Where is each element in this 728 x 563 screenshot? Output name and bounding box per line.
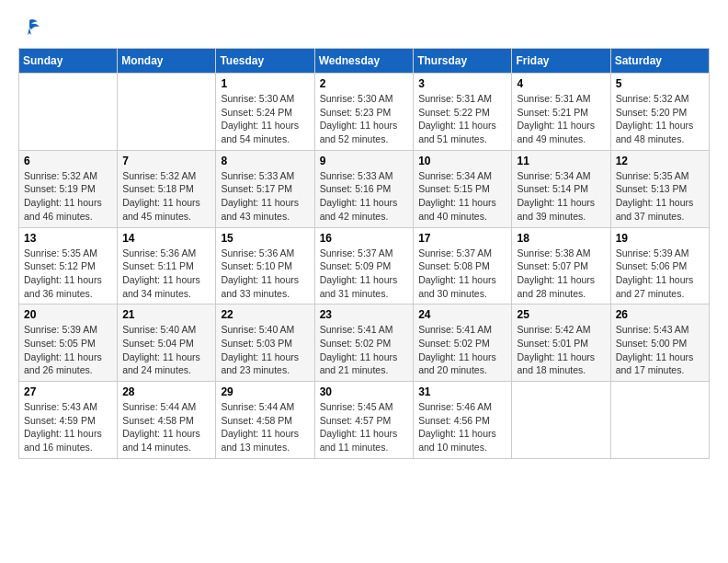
day-info: Sunrise: 5:33 AMSunset: 5:17 PMDaylight:…	[221, 169, 309, 224]
day-number: 11	[517, 155, 605, 167]
calendar-cell: 27Sunrise: 5:43 AMSunset: 4:59 PMDayligh…	[19, 382, 118, 459]
calendar-header-tuesday: Tuesday	[216, 49, 314, 74]
calendar-cell: 28Sunrise: 5:44 AMSunset: 4:58 PMDayligh…	[118, 382, 216, 459]
calendar-cell: 1Sunrise: 5:30 AMSunset: 5:24 PMDaylight…	[216, 74, 314, 151]
day-number: 24	[418, 308, 506, 321]
day-number: 19	[616, 232, 704, 245]
day-number: 10	[418, 155, 506, 167]
day-number: 22	[221, 308, 309, 321]
calendar-cell	[512, 382, 610, 459]
day-info: Sunrise: 5:45 AMSunset: 4:57 PMDaylight:…	[320, 400, 409, 454]
day-info: Sunrise: 5:37 AMSunset: 5:09 PMDaylight:…	[320, 247, 409, 301]
day-info: Sunrise: 5:38 AMSunset: 5:07 PMDaylight:…	[517, 247, 605, 301]
page-header	[18, 18, 710, 33]
calendar-cell: 9Sunrise: 5:33 AMSunset: 5:16 PMDaylight…	[314, 150, 414, 227]
day-info: Sunrise: 5:36 AMSunset: 5:11 PMDaylight:…	[122, 247, 210, 301]
day-info: Sunrise: 5:33 AMSunset: 5:16 PMDaylight:…	[320, 169, 409, 224]
calendar-header-thursday: Thursday	[414, 49, 512, 74]
calendar-cell: 8Sunrise: 5:33 AMSunset: 5:17 PMDaylight…	[216, 150, 314, 227]
day-info: Sunrise: 5:32 AMSunset: 5:18 PMDaylight:…	[122, 169, 210, 224]
day-info: Sunrise: 5:35 AMSunset: 5:12 PMDaylight:…	[24, 247, 112, 301]
calendar-header-saturday: Saturday	[610, 49, 709, 74]
calendar-cell	[118, 74, 216, 151]
calendar-header-wednesday: Wednesday	[314, 49, 414, 74]
day-info: Sunrise: 5:43 AMSunset: 5:00 PMDaylight:…	[616, 323, 704, 377]
calendar-cell	[610, 382, 709, 459]
calendar-cell: 24Sunrise: 5:41 AMSunset: 5:02 PMDayligh…	[414, 304, 512, 382]
calendar-week-row: 1Sunrise: 5:30 AMSunset: 5:24 PMDaylight…	[19, 74, 710, 151]
calendar-header-friday: Friday	[512, 49, 610, 74]
calendar-week-row: 13Sunrise: 5:35 AMSunset: 5:12 PMDayligh…	[19, 227, 710, 304]
calendar-table: SundayMondayTuesdayWednesdayThursdayFrid…	[18, 48, 710, 459]
day-info: Sunrise: 5:34 AMSunset: 5:14 PMDaylight:…	[517, 169, 605, 224]
day-number: 17	[418, 232, 506, 245]
calendar-cell: 2Sunrise: 5:30 AMSunset: 5:23 PMDaylight…	[314, 74, 414, 151]
day-number: 21	[122, 308, 210, 321]
day-number: 4	[517, 77, 605, 90]
logo-bird-icon	[19, 18, 40, 37]
day-info: Sunrise: 5:37 AMSunset: 5:08 PMDaylight:…	[418, 247, 506, 301]
day-info: Sunrise: 5:44 AMSunset: 4:58 PMDaylight:…	[221, 400, 309, 454]
calendar-cell: 6Sunrise: 5:32 AMSunset: 5:19 PMDaylight…	[19, 150, 118, 227]
day-number: 28	[122, 385, 210, 398]
day-number: 31	[418, 385, 506, 398]
calendar-header-monday: Monday	[118, 49, 216, 74]
day-info: Sunrise: 5:32 AMSunset: 5:20 PMDaylight:…	[616, 92, 704, 146]
calendar-cell	[19, 74, 118, 151]
day-info: Sunrise: 5:41 AMSunset: 5:02 PMDaylight:…	[320, 323, 409, 377]
day-number: 25	[517, 308, 605, 321]
day-number: 3	[418, 77, 506, 90]
calendar-cell: 29Sunrise: 5:44 AMSunset: 4:58 PMDayligh…	[216, 382, 314, 459]
day-number: 18	[517, 232, 605, 245]
day-number: 14	[122, 232, 210, 245]
day-number: 26	[616, 308, 704, 321]
day-info: Sunrise: 5:35 AMSunset: 5:13 PMDaylight:…	[616, 169, 704, 224]
day-info: Sunrise: 5:41 AMSunset: 5:02 PMDaylight:…	[418, 323, 506, 377]
calendar-week-row: 6Sunrise: 5:32 AMSunset: 5:19 PMDaylight…	[19, 150, 710, 227]
day-info: Sunrise: 5:32 AMSunset: 5:19 PMDaylight:…	[24, 169, 112, 224]
day-number: 6	[24, 155, 112, 167]
day-number: 2	[320, 77, 409, 90]
day-info: Sunrise: 5:39 AMSunset: 5:05 PMDaylight:…	[24, 323, 112, 377]
day-number: 5	[616, 77, 704, 90]
calendar-cell: 23Sunrise: 5:41 AMSunset: 5:02 PMDayligh…	[314, 304, 414, 382]
day-info: Sunrise: 5:44 AMSunset: 4:58 PMDaylight:…	[122, 400, 210, 454]
day-info: Sunrise: 5:40 AMSunset: 5:04 PMDaylight:…	[122, 323, 210, 377]
calendar-cell: 12Sunrise: 5:35 AMSunset: 5:13 PMDayligh…	[610, 150, 709, 227]
calendar-cell: 16Sunrise: 5:37 AMSunset: 5:09 PMDayligh…	[314, 227, 414, 304]
calendar-cell: 4Sunrise: 5:31 AMSunset: 5:21 PMDaylight…	[512, 74, 610, 151]
day-number: 9	[320, 155, 409, 167]
calendar-cell: 10Sunrise: 5:34 AMSunset: 5:15 PMDayligh…	[414, 150, 512, 227]
calendar-week-row: 27Sunrise: 5:43 AMSunset: 4:59 PMDayligh…	[19, 382, 710, 459]
day-number: 16	[320, 232, 409, 245]
calendar-cell: 22Sunrise: 5:40 AMSunset: 5:03 PMDayligh…	[216, 304, 314, 382]
day-number: 7	[122, 155, 210, 167]
calendar-cell: 15Sunrise: 5:36 AMSunset: 5:10 PMDayligh…	[216, 227, 314, 304]
day-number: 1	[221, 77, 309, 90]
calendar-cell: 14Sunrise: 5:36 AMSunset: 5:11 PMDayligh…	[118, 227, 216, 304]
calendar-cell: 31Sunrise: 5:46 AMSunset: 4:56 PMDayligh…	[414, 382, 512, 459]
day-number: 20	[24, 308, 112, 321]
calendar-header-row: SundayMondayTuesdayWednesdayThursdayFrid…	[19, 49, 710, 74]
calendar-cell: 19Sunrise: 5:39 AMSunset: 5:06 PMDayligh…	[610, 227, 709, 304]
calendar-cell: 5Sunrise: 5:32 AMSunset: 5:20 PMDaylight…	[610, 74, 709, 151]
logo	[18, 18, 40, 33]
day-number: 13	[24, 232, 112, 245]
day-info: Sunrise: 5:30 AMSunset: 5:24 PMDaylight:…	[221, 92, 309, 146]
day-info: Sunrise: 5:43 AMSunset: 4:59 PMDaylight:…	[24, 400, 112, 454]
day-number: 23	[320, 308, 409, 321]
day-number: 27	[24, 385, 112, 398]
day-number: 8	[221, 155, 309, 167]
calendar-cell: 17Sunrise: 5:37 AMSunset: 5:08 PMDayligh…	[414, 227, 512, 304]
day-info: Sunrise: 5:42 AMSunset: 5:01 PMDaylight:…	[517, 323, 605, 377]
day-info: Sunrise: 5:46 AMSunset: 4:56 PMDaylight:…	[418, 400, 506, 454]
calendar-cell: 20Sunrise: 5:39 AMSunset: 5:05 PMDayligh…	[19, 304, 118, 382]
day-info: Sunrise: 5:40 AMSunset: 5:03 PMDaylight:…	[221, 323, 309, 377]
calendar-cell: 26Sunrise: 5:43 AMSunset: 5:00 PMDayligh…	[610, 304, 709, 382]
calendar-header-sunday: Sunday	[19, 49, 118, 74]
calendar-cell: 11Sunrise: 5:34 AMSunset: 5:14 PMDayligh…	[512, 150, 610, 227]
calendar-week-row: 20Sunrise: 5:39 AMSunset: 5:05 PMDayligh…	[19, 304, 710, 382]
day-info: Sunrise: 5:39 AMSunset: 5:06 PMDaylight:…	[616, 247, 704, 301]
day-number: 12	[616, 155, 704, 167]
day-number: 15	[221, 232, 309, 245]
